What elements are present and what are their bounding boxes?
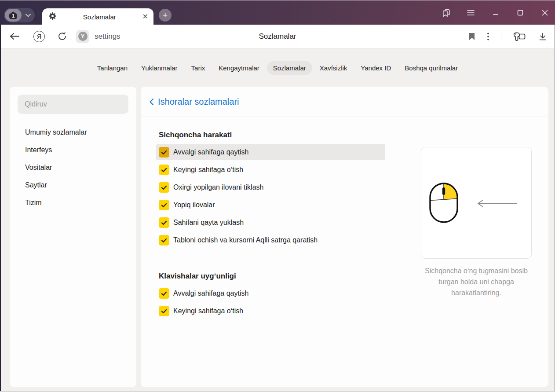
tab-tanlangan[interactable]: Tanlangan <box>91 61 134 75</box>
gesture-row[interactable]: Avvalgi sahifaga qaytish <box>156 286 385 301</box>
bookmarks-sidebar-button[interactable] <box>442 8 451 18</box>
back-button[interactable] <box>9 33 20 40</box>
titlebar-divider <box>39 8 39 18</box>
refresh-button[interactable] <box>58 32 67 41</box>
checkmark-icon <box>161 220 167 225</box>
section-heading-key-combos: Klavishalar uygʻunligi <box>159 272 421 281</box>
bookmark-icon <box>468 32 475 40</box>
search-input[interactable] <box>18 95 128 114</box>
gestures-settings-header[interactable]: Ishoralar sozlamalari <box>141 87 548 117</box>
checkmark-icon <box>161 203 167 208</box>
browser-menu-button[interactable] <box>466 8 475 18</box>
window-close-button[interactable] <box>540 8 549 18</box>
gesture-row[interactable]: Keyingi sahifaga oʻtish <box>156 303 385 319</box>
titlebar: 1 Sozlamalar ✕ <box>0 0 555 25</box>
tab-kengaytmalar[interactable]: Kengaytmalar <box>212 61 266 75</box>
checkmark-icon <box>161 291 167 296</box>
sidebar-item-saytlar[interactable]: Saytlar <box>18 176 128 194</box>
tab-list-dropdown[interactable] <box>22 14 35 17</box>
checkmark-icon <box>161 185 167 190</box>
gesture-row[interactable]: Tabloni ochish va kursorni Aqlli satrga … <box>156 232 385 248</box>
gesture-row[interactable]: Keyingi sahifaga oʻtish <box>156 162 385 178</box>
gear-icon <box>48 12 57 22</box>
gesture-row[interactable]: Yopiq ilovalar <box>156 197 385 213</box>
toolbar: Я Y settings Sozlamalar <box>0 25 555 48</box>
section-heading-mouse-gestures: Sichqoncha harakati <box>159 131 421 139</box>
new-tab-button[interactable]: + <box>159 9 172 22</box>
toolbar-divider <box>501 31 501 42</box>
tab-tarix[interactable]: Tarix <box>185 61 212 75</box>
bookmarks-icon <box>442 8 451 18</box>
chevron-down-icon <box>25 14 31 17</box>
download-icon <box>538 32 547 41</box>
sidebar-item-vositalar[interactable]: Vositalar <box>18 159 128 176</box>
sidebar-item-umumiy-sozlamalar[interactable]: Umumiy sozlamalar <box>18 124 128 141</box>
gesture-row[interactable]: Sahifani qayta yuklash <box>156 215 385 231</box>
downloads-button[interactable] <box>538 32 547 41</box>
checkbox-checked[interactable] <box>159 147 169 158</box>
checkmark-icon <box>161 150 167 155</box>
checkbox-checked[interactable] <box>159 200 169 210</box>
gesture-illustration: Sichqoncha oʻng tugmasini bosib turgan h… <box>421 131 532 321</box>
tab-counter-control[interactable]: 1 <box>4 8 35 22</box>
plus-icon: + <box>163 11 168 20</box>
hamburger-icon <box>467 10 475 16</box>
settings-nav-tabs: Tanlangan Yuklanmalar Tarix Kengaytmalar… <box>0 61 555 75</box>
tab-shield-icon: 1 <box>8 11 18 20</box>
left-arrow-icon <box>476 200 518 207</box>
sidebar-item-tizim[interactable]: Tizim <box>18 194 128 212</box>
checkbox-checked[interactable] <box>159 165 169 175</box>
gesture-label: Avvalgi sahifaga qaytish <box>173 148 248 156</box>
tab-yuklanmalar[interactable]: Yuklanmalar <box>135 61 184 75</box>
maximize-icon <box>517 10 523 16</box>
tab-yandex-id[interactable]: Yandex ID <box>354 61 397 75</box>
mouse-icon <box>429 183 458 223</box>
gesture-label: Avvalgi sahifaga qaytish <box>173 289 248 297</box>
address-bar-text[interactable]: settings <box>95 32 120 41</box>
tab-counter-badge[interactable]: 1 <box>5 9 22 22</box>
page-menu-button[interactable] <box>487 33 489 40</box>
gesture-caption: Sichqoncha oʻng tugmasini bosib turgan h… <box>421 265 532 298</box>
gesture-illustration-card <box>421 147 532 259</box>
kebab-menu-icon <box>487 33 489 40</box>
browser-tab[interactable]: Sozlamalar ✕ <box>42 8 153 25</box>
window-minimize-button[interactable] <box>491 8 500 18</box>
gesture-row[interactable]: Avvalgi sahifaga qaytish <box>156 144 385 160</box>
checkbox-checked[interactable] <box>159 288 169 299</box>
checkbox-checked[interactable] <box>159 182 169 193</box>
gesture-label: Yopiq ilovalar <box>173 201 215 209</box>
refresh-icon <box>58 32 67 41</box>
back-chevron-icon <box>149 98 154 106</box>
tab-close-icon[interactable]: ✕ <box>142 13 148 20</box>
collections-icon <box>513 31 526 42</box>
checkmark-icon <box>161 309 167 314</box>
back-arrow-icon <box>9 33 20 40</box>
tab-xavfsizlik[interactable]: Xavfsizlik <box>314 61 354 75</box>
checkmark-icon <box>161 238 167 243</box>
close-icon <box>542 10 548 16</box>
minimize-icon <box>493 10 499 16</box>
site-favicon-icon: Y <box>78 32 88 41</box>
gesture-label: Sahifani qayta yuklash <box>173 219 244 227</box>
window-border-left <box>0 25 1 392</box>
gesture-label: Oxirgi yopilgan ilovani tiklash <box>173 183 263 191</box>
checkmark-icon <box>161 168 167 172</box>
tab-sozlamalar[interactable]: Sozlamalar <box>267 61 312 75</box>
collections-button[interactable] <box>513 31 526 42</box>
tab-count: 1 <box>12 13 15 18</box>
checkbox-checked[interactable] <box>159 217 169 228</box>
tab-title: Sozlamalar <box>57 13 142 21</box>
sidebar-item-interfeys[interactable]: Interfeys <box>18 141 128 159</box>
tab-boshqa-qurilmalar[interactable]: Boshqa qurilmalar <box>398 61 464 75</box>
site-badge[interactable]: Y <box>76 30 89 43</box>
checkbox-checked[interactable] <box>159 306 169 316</box>
bookmark-button[interactable] <box>468 32 475 40</box>
window-maximize-button[interactable] <box>515 8 525 18</box>
yandex-logo-icon[interactable]: Я <box>33 31 45 42</box>
settings-sidebar: Umumiy sozlamalar Interfeys Vositalar Sa… <box>10 87 136 387</box>
page-title: Ishoralar sozlamalari <box>158 97 239 107</box>
gesture-row[interactable]: Oxirgi yopilgan ilovani tiklash <box>156 180 385 195</box>
gesture-label: Tabloni ochish va kursorni Aqlli satrga … <box>173 236 318 244</box>
checkbox-checked[interactable] <box>159 235 169 245</box>
gesture-label: Keyingi sahifaga oʻtish <box>173 307 243 315</box>
